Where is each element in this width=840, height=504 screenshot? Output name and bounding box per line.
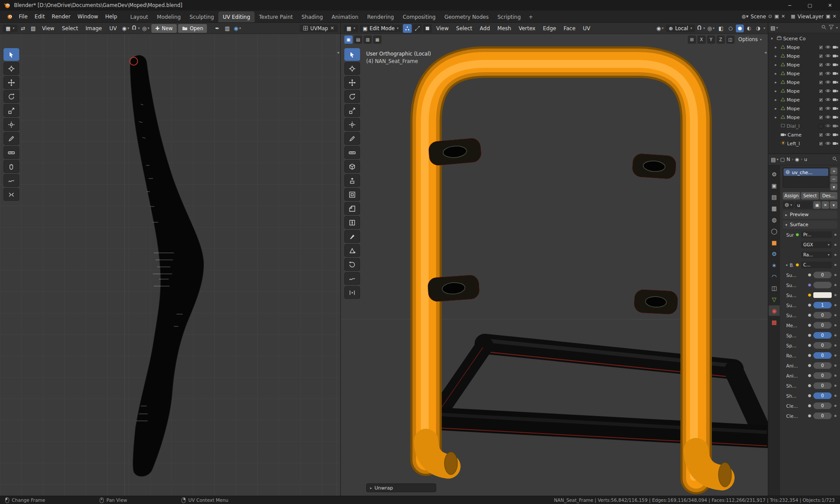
pin-scene-icon[interactable]: ⊙ <box>768 14 772 19</box>
bracket-upper-left[interactable] <box>428 138 482 166</box>
material-slot-list[interactable]: uv_che... <box>783 168 829 188</box>
outliner-options-caret[interactable]: ▾ <box>836 26 838 30</box>
hide-eye-icon[interactable] <box>825 132 831 138</box>
base-tubes[interactable] <box>429 340 767 446</box>
tab-texture-paint[interactable]: Texture Paint <box>255 11 297 22</box>
disclosure-icon[interactable]: ▸ <box>775 63 779 67</box>
snap-toggle-3d[interactable]: ▾ <box>696 24 705 33</box>
hide-eye-icon[interactable] <box>825 45 831 50</box>
hide-eye-icon[interactable] <box>825 53 831 59</box>
properties-tab-modifiers[interactable]: ⚙ <box>769 248 780 259</box>
number-field[interactable]: 0 <box>813 382 832 389</box>
outliner-object-row[interactable]: ▸Mope✓ <box>768 52 840 60</box>
vector-field[interactable] <box>813 282 832 288</box>
toolsettings-toggle-3[interactable]: ▥ <box>364 35 372 44</box>
render-camera-icon[interactable] <box>833 53 838 59</box>
loop-cut-tool[interactable] <box>344 216 360 229</box>
tab-scripting[interactable]: Scripting <box>493 11 525 22</box>
properties-tab-object[interactable]: ■ <box>769 237 780 248</box>
node-tree-button[interactable]: ▾ <box>830 201 837 209</box>
hide-eye-icon[interactable] <box>825 115 831 120</box>
properties-search-icon[interactable] <box>832 156 837 163</box>
blender-logo[interactable] <box>4 2 10 9</box>
transform-tool-3d[interactable] <box>344 118 360 131</box>
smooth-tool[interactable] <box>344 272 360 285</box>
surface-shader-button[interactable]: Pr... <box>801 231 832 238</box>
outliner-filter-icon[interactable] <box>829 24 834 31</box>
editor-type-3d-button[interactable]: ▦▾ <box>343 24 358 32</box>
tab-sculpting[interactable]: Sculpting <box>185 11 218 22</box>
number-field[interactable]: 0 <box>813 392 832 399</box>
properties-tab-particles[interactable]: ∗ <box>769 260 780 270</box>
surface-section-header[interactable]: ▾ Surface <box>783 220 837 229</box>
vp-menu-vertex[interactable]: Vertex <box>515 24 539 32</box>
viewport-region-toggle-arrow[interactable]: ◂ <box>764 50 766 55</box>
inset-faces-tool[interactable] <box>344 188 360 201</box>
uv-menu-uv[interactable]: UV <box>106 24 120 32</box>
hide-eye-icon[interactable] <box>825 88 831 94</box>
distribution-dropdown[interactable]: GGX▾ <box>801 242 832 248</box>
exclude-checkbox[interactable]: ✓ <box>819 63 823 67</box>
axis-z-button[interactable]: Z <box>717 35 725 44</box>
menu-help[interactable]: Help <box>102 12 120 21</box>
outliner-dial-row[interactable]: Dial_l ✓ <box>768 122 840 130</box>
exclude-checkbox[interactable]: ✓ <box>819 141 823 146</box>
disclosure-icon[interactable]: ▸ <box>775 115 779 119</box>
options-dropdown[interactable]: Options▾ <box>736 36 764 43</box>
vertex-select-mode-button[interactable] <box>403 24 412 33</box>
number-field[interactable]: 0 <box>813 362 832 369</box>
hide-eye-icon[interactable] <box>825 80 831 85</box>
toolsettings-toggle-2[interactable]: ▤ <box>354 35 362 44</box>
properties-tab-tool[interactable]: ⚙ <box>769 169 780 179</box>
exclude-checkbox[interactable]: ✓ <box>819 54 823 59</box>
render-camera-icon[interactable] <box>833 80 838 85</box>
pinch-brush-tool[interactable] <box>4 188 19 201</box>
scene-selector[interactable]: Scene <box>751 14 766 20</box>
fake-user-button[interactable]: ▣ <box>813 201 821 209</box>
sticky-select-toggle[interactable]: ▧ <box>29 24 38 33</box>
outliner-object-row[interactable]: ▸Mope✓ <box>768 95 840 104</box>
number-field[interactable]: 0 <box>813 312 832 318</box>
render-camera-icon[interactable] <box>833 45 838 50</box>
vp-menu-edge[interactable]: Edge <box>540 24 559 32</box>
cursor-tool[interactable] <box>4 62 19 75</box>
exclude-checkbox[interactable]: ✓ <box>819 115 823 120</box>
blender-app-menu[interactable] <box>4 13 15 20</box>
outliner-camera-row[interactable]: Came ✓ <box>768 130 840 139</box>
add-slot-button[interactable]: ＋ <box>830 168 837 175</box>
vp-menu-view[interactable]: View <box>433 24 452 32</box>
add-workspace-button[interactable]: + <box>525 12 536 22</box>
new-viewlayer-icon[interactable]: ▣ <box>826 14 830 19</box>
hide-eye-icon[interactable] <box>825 71 831 77</box>
properties-tab-output[interactable]: ▤ <box>769 192 780 202</box>
xray-toggle[interactable]: ◧ <box>717 24 725 33</box>
knife-tool[interactable] <box>344 230 360 243</box>
rotate-tool-3d[interactable] <box>344 90 360 103</box>
browse-material-button[interactable]: ▾ <box>783 201 794 209</box>
uv-menu-view[interactable]: View <box>39 24 57 32</box>
edge-select-mode-button[interactable] <box>413 24 422 33</box>
tab-modeling[interactable]: Modeling <box>153 11 186 22</box>
disclosure-icon[interactable]: ▸ <box>775 80 779 84</box>
uv-island[interactable] <box>130 55 204 476</box>
menu-render[interactable]: Render <box>48 12 74 21</box>
outliner-object-row[interactable]: ▸Mope✓ <box>768 104 840 113</box>
unlink-material-button[interactable]: ✕ <box>822 201 829 209</box>
outliner-object-row[interactable]: ▸Mope✓ <box>768 69 840 78</box>
maximize-button[interactable]: ▢ <box>800 0 820 10</box>
render-camera-icon[interactable] <box>833 97 838 103</box>
toolsettings-toggle-4[interactable]: ▦ <box>373 35 382 44</box>
transform-tool[interactable] <box>4 118 19 131</box>
outliner-object-row[interactable]: ▸Mope✓ <box>768 113 840 122</box>
disclosure-icon[interactable]: ▸ <box>775 89 779 93</box>
new-image-button[interactable]: ✚ New <box>151 24 177 33</box>
render-camera-icon[interactable] <box>833 132 838 138</box>
axis-y-button[interactable]: Y <box>707 35 715 44</box>
proportional-edit-toggle-3d[interactable]: ◎▾ <box>707 24 715 33</box>
disclosure-icon[interactable]: ▸ <box>775 106 779 111</box>
number-field[interactable]: 1 <box>813 302 832 308</box>
tab-geometry-nodes[interactable]: Geometry Nodes <box>440 11 493 22</box>
tab-compositing[interactable]: Compositing <box>398 11 440 22</box>
exclude-checkbox[interactable]: ✓ <box>819 71 823 76</box>
hide-eye-icon[interactable] <box>825 62 831 68</box>
